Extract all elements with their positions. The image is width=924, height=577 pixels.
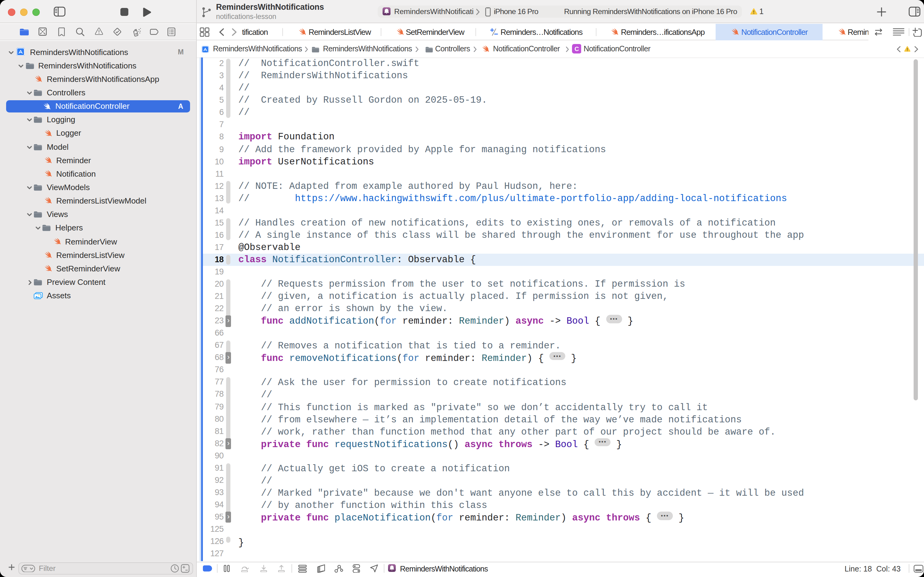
svg-text:C: C [574, 45, 579, 52]
